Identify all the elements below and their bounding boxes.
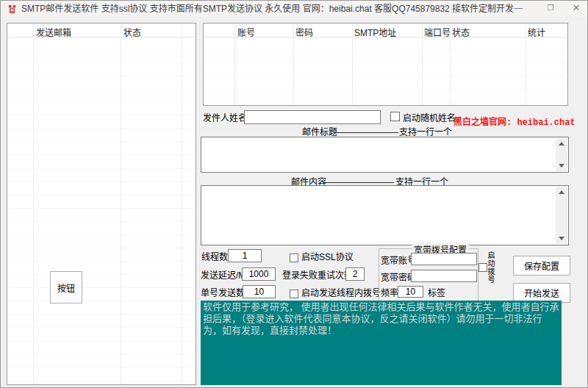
sender-list-col-status[interactable]: 状态 (123, 26, 141, 38)
promo-text: 黑白之墙官网: heibai.chat (453, 115, 576, 128)
scroll-up-icon[interactable] (559, 190, 564, 194)
sender-list-col-email[interactable]: 发送邮箱 (36, 26, 71, 38)
accounts-col-port[interactable]: 端口号 (424, 26, 451, 38)
accounts-col-stats[interactable]: 统计 (528, 26, 545, 38)
disclaimer-text: 软件仅用于参考研究， 使用者出现任何法律相关后果与软件作者无关，使用者自行承担后… (203, 301, 559, 336)
frequency-input[interactable] (398, 286, 423, 298)
threads-input[interactable] (228, 249, 262, 262)
accounts-col-smtp[interactable]: SMTP地址 (354, 26, 396, 38)
threads-label: 线程数 (201, 252, 228, 262)
sender-list-divider (121, 24, 121, 384)
random-name-label: 启动随机姓名 (403, 113, 456, 123)
tag-label: 标签 (428, 288, 445, 298)
ssl-label: 启动SSL协议 (301, 252, 354, 262)
save-config-button[interactable]: 保存配置 (513, 256, 570, 276)
dial-thread-label: 启动发送线程内拨号 (301, 288, 381, 298)
ssl-checkbox[interactable] (290, 254, 298, 262)
content-scrollbar[interactable] (556, 187, 567, 244)
dial-vertical-label: 启动拨号 (487, 251, 495, 287)
accounts-table-divider (352, 24, 353, 105)
scroll-up-icon[interactable] (559, 142, 564, 146)
retry-input[interactable] (345, 267, 365, 281)
subject-label: 邮件标题 (302, 127, 337, 137)
subject-hint: 支持一行一个 (399, 127, 452, 137)
delay-input[interactable] (242, 267, 276, 281)
accounts-table-divider (526, 24, 526, 105)
sender-list-divider (33, 24, 34, 384)
start-send-button[interactable]: 开始发送 (513, 283, 570, 303)
accounts-table[interactable]: 账号 密码 SMTP地址 端口号 状态 统计 (203, 23, 568, 106)
scroll-down-icon[interactable] (559, 237, 564, 240)
content-textarea[interactable] (201, 185, 569, 245)
retry-label: 登录失败重试次数 (282, 270, 353, 281)
list-button[interactable]: 按钮 (50, 271, 82, 303)
bb-password-input[interactable] (411, 270, 477, 282)
subject-textarea[interactable] (201, 137, 569, 173)
accounts-table-divider (293, 24, 294, 105)
window-title: SMTP邮件发送软件 支持ssl协议 支持市面所有SMTP发送协议 永久使用 官… (21, 1, 514, 17)
sender-name-label: 发件人姓名 (203, 113, 247, 123)
sender-list[interactable]: 发送邮箱 状态 (7, 23, 196, 385)
random-name-checkbox[interactable] (390, 112, 400, 121)
frequency-label: 频率 (381, 288, 398, 298)
bb-account-input[interactable] (411, 253, 477, 265)
minimize-button[interactable]: — (502, 1, 534, 17)
accounts-table-body[interactable] (204, 37, 567, 105)
title-bar: SMTP邮件发送软件 支持ssl协议 支持市面所有SMTP发送协议 永久使用 官… (1, 1, 587, 17)
sender-list-body[interactable] (7, 37, 196, 384)
close-button[interactable]: ✕ (565, 1, 587, 17)
per-account-input[interactable] (243, 285, 276, 298)
app-icon (7, 4, 18, 15)
sender-name-input[interactable] (244, 110, 381, 124)
accounts-table-divider (234, 24, 235, 105)
accounts-table-divider (422, 24, 423, 105)
content-divider (325, 182, 394, 183)
sender-list-divider (182, 24, 182, 384)
app-window: SMTP邮件发送软件 支持ssl协议 支持市面所有SMTP发送协议 永久使用 官… (0, 0, 588, 388)
maximize-button[interactable]: ❐ (534, 1, 567, 17)
dial-thread-checkbox[interactable] (290, 290, 298, 298)
subject-divider (334, 132, 398, 133)
accounts-col-status[interactable]: 状态 (452, 26, 470, 38)
subject-scrollbar[interactable] (556, 138, 567, 171)
per-account-label: 单号发送数 (201, 288, 245, 298)
scroll-down-icon[interactable] (559, 164, 564, 168)
accounts-col-account[interactable]: 账号 (237, 26, 255, 38)
disclaimer-panel: 软件仅用于参考研究， 使用者出现任何法律相关后果与软件作者无关，使用者自行承担后… (201, 301, 562, 385)
accounts-col-password[interactable]: 密码 (295, 26, 313, 38)
